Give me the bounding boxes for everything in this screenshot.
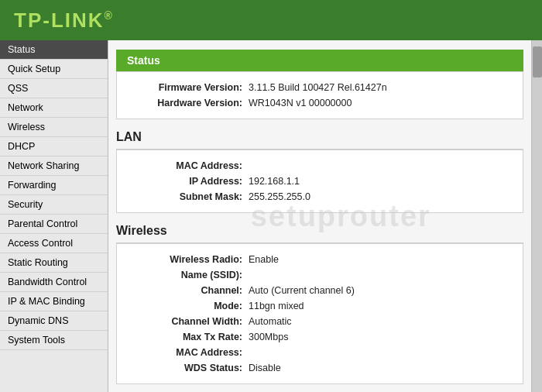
sidebar-item-network[interactable]: Network bbox=[0, 98, 108, 118]
lan-info-section: MAC Address: IP Address: 192.168.1.1 Sub… bbox=[116, 150, 523, 213]
subnet-mask-row: Subnet Mask: 255.255.255.0 bbox=[117, 189, 523, 205]
logo-registered: ® bbox=[105, 9, 114, 22]
wireless-heading: Wireless bbox=[116, 224, 523, 238]
sidebar-item-static-routing[interactable]: Static Routing bbox=[0, 253, 108, 273]
firmware-label: Firmware Version: bbox=[125, 82, 249, 93]
wireless-radio-label: Wireless Radio: bbox=[125, 254, 249, 265]
content-area: setuprouter Status Firmware Version: 3.1… bbox=[108, 40, 531, 392]
wireless-info-section: Wireless Radio: Enable Name (SSID): Chan… bbox=[116, 243, 523, 384]
hardware-label: Hardware Version: bbox=[125, 98, 249, 108]
firmware-row: Firmware Version: 3.11.5 Build 100427 Re… bbox=[117, 80, 523, 95]
sidebar-item-dynamic-dns[interactable]: Dynamic DNS bbox=[0, 311, 108, 331]
channel-value: Auto (Current channel 6) bbox=[249, 285, 355, 296]
logo-text: TP-LINK bbox=[14, 9, 105, 32]
ip-address-value: 192.168.1.1 bbox=[249, 176, 300, 187]
header: TP-LINK® bbox=[0, 0, 542, 40]
sidebar-item-network-sharing[interactable]: Network Sharing bbox=[0, 156, 108, 176]
firmware-value: 3.11.5 Build 100427 Rel.61427n bbox=[249, 82, 387, 93]
channel-width-label: Channel Width: bbox=[125, 316, 249, 327]
channel-width-value: Automatic bbox=[249, 316, 292, 327]
hardware-row: Hardware Version: WR1043N v1 00000000 bbox=[117, 95, 523, 111]
mac-address-row: MAC Address: bbox=[117, 158, 523, 174]
sidebar-item-access-control[interactable]: Access Control bbox=[0, 234, 108, 253]
channel-row: Channel: Auto (Current channel 6) bbox=[117, 283, 523, 298]
hardware-value: WR1043N v1 00000000 bbox=[249, 98, 352, 108]
ssid-row: Name (SSID): bbox=[117, 267, 523, 283]
scrollbar-track[interactable] bbox=[531, 40, 542, 392]
mode-row: Mode: 11bgn mixed bbox=[117, 298, 523, 314]
channel-label: Channel: bbox=[125, 285, 249, 296]
version-info-section: Firmware Version: 3.11.5 Build 100427 Re… bbox=[116, 71, 523, 119]
ip-address-row: IP Address: 192.168.1.1 bbox=[117, 174, 523, 189]
sidebar-item-security[interactable]: Security bbox=[0, 195, 108, 215]
sidebar-item-ip-mac-binding[interactable]: IP & MAC Binding bbox=[0, 292, 108, 311]
sidebar-item-status[interactable]: Status bbox=[0, 40, 108, 60]
sidebar-item-wireless[interactable]: Wireless bbox=[0, 118, 108, 137]
channel-width-row: Channel Width: Automatic bbox=[117, 314, 523, 329]
scrollbar-thumb[interactable] bbox=[533, 46, 542, 77]
max-tx-value: 300Mbps bbox=[249, 332, 288, 342]
wireless-mac-row: MAC Address: bbox=[117, 345, 523, 360]
sidebar-item-forwarding[interactable]: Forwarding bbox=[0, 176, 108, 195]
wds-value: Disable bbox=[249, 363, 281, 373]
sidebar-item-quick-setup[interactable]: Quick Setup bbox=[0, 60, 108, 79]
ip-address-label: IP Address: bbox=[125, 176, 249, 187]
logo: TP-LINK® bbox=[14, 9, 114, 33]
section-title-bar: Status bbox=[116, 50, 523, 71]
mode-label: Mode: bbox=[125, 301, 249, 311]
wds-row: WDS Status: Disable bbox=[117, 360, 523, 376]
sidebar-item-dhcp[interactable]: DHCP bbox=[0, 137, 108, 156]
wireless-mac-label: MAC Address: bbox=[125, 347, 249, 358]
wds-label: WDS Status: bbox=[125, 363, 249, 373]
mac-address-label: MAC Address: bbox=[125, 160, 249, 171]
mode-value: 11bgn mixed bbox=[249, 301, 304, 311]
section-title: Status bbox=[127, 54, 160, 67]
wireless-radio-row: Wireless Radio: Enable bbox=[117, 252, 523, 267]
wireless-radio-value: Enable bbox=[249, 254, 279, 265]
main-layout: Status Quick Setup QSS Network Wireless … bbox=[0, 40, 542, 392]
ssid-label: Name (SSID): bbox=[125, 270, 249, 280]
sidebar: Status Quick Setup QSS Network Wireless … bbox=[0, 40, 108, 392]
sidebar-item-bandwidth-control[interactable]: Bandwidth Control bbox=[0, 273, 108, 292]
sidebar-item-system-tools[interactable]: System Tools bbox=[0, 331, 108, 350]
subnet-mask-label: Subnet Mask: bbox=[125, 191, 249, 202]
lan-heading: LAN bbox=[116, 130, 523, 144]
subnet-mask-value: 255.255.255.0 bbox=[249, 191, 310, 202]
sidebar-item-parental-control[interactable]: Parental Control bbox=[0, 215, 108, 234]
sidebar-item-qss[interactable]: QSS bbox=[0, 79, 108, 98]
max-tx-row: Max Tx Rate: 300Mbps bbox=[117, 329, 523, 345]
max-tx-label: Max Tx Rate: bbox=[125, 332, 249, 342]
